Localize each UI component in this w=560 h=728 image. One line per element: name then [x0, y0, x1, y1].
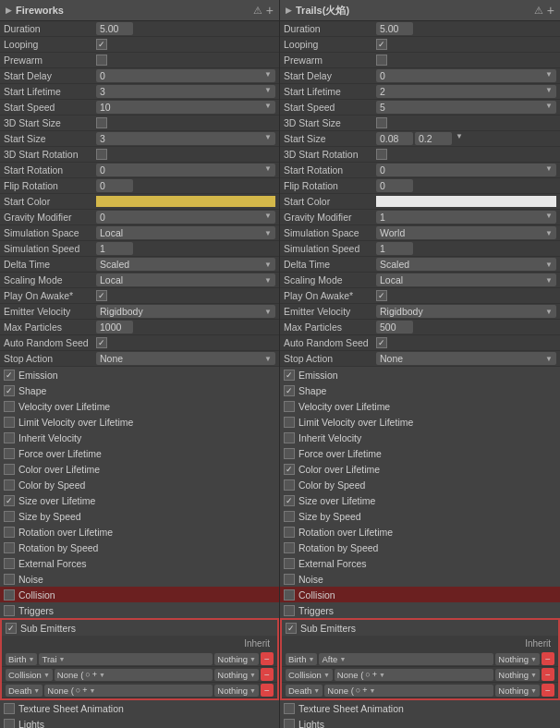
module-rotation-by-speed[interactable]: Rotation by Speed — [0, 540, 279, 555]
module-emission[interactable]: Emission — [280, 367, 560, 382]
module-triggers[interactable]: Triggers — [280, 602, 560, 618]
number-field[interactable]: 500 — [376, 321, 413, 334]
module-checkbox[interactable] — [284, 703, 295, 714]
row-value[interactable] — [96, 196, 275, 207]
module-emission[interactable]: Emission — [0, 367, 279, 382]
number-dropdown-field[interactable]: 0▼ — [376, 69, 556, 82]
remove-sub-emitter-button[interactable]: − — [542, 684, 554, 697]
add-icon[interactable]: + — [547, 3, 554, 18]
module-lights[interactable]: Lights — [280, 716, 560, 728]
row-value[interactable]: 1 — [96, 242, 275, 255]
module-color-over-lifetime[interactable]: Color over Lifetime — [280, 461, 560, 477]
number-field[interactable]: 1 — [96, 242, 133, 255]
remove-sub-emitter-button[interactable]: − — [261, 668, 274, 681]
row-value[interactable]: 0 — [376, 179, 556, 192]
number-dropdown-field[interactable]: 2▼ — [376, 85, 556, 98]
module-limit-velocity-over-lifetime[interactable]: Limit Velocity over Lifetime — [280, 414, 560, 430]
checkbox[interactable] — [96, 117, 107, 128]
number-dropdown-field[interactable]: 3▼ — [96, 85, 275, 98]
module-checkbox[interactable] — [4, 527, 15, 538]
event-dropdown[interactable]: Death▼ — [286, 685, 323, 697]
nothing-dropdown[interactable]: Nothing▼ — [214, 653, 259, 665]
module-shape[interactable]: Shape — [280, 382, 560, 398]
dropdown-field[interactable]: Local▼ — [96, 226, 275, 239]
module-checkbox[interactable] — [4, 511, 15, 522]
row-value[interactable]: Scaled▼ — [96, 258, 275, 271]
module-limit-velocity-over-lifetime[interactable]: Limit Velocity over Lifetime — [0, 414, 279, 430]
emitter-dropdown[interactable]: Trai▼ — [39, 653, 213, 665]
module-sub-emitters[interactable]: Sub Emitters — [2, 620, 277, 636]
module-lights[interactable]: Lights — [0, 716, 279, 728]
number-dropdown-field[interactable]: 0▼ — [96, 69, 275, 82]
module-size-over-lifetime[interactable]: Size over Lifetime — [280, 492, 560, 508]
number-dropdown-field[interactable]: 3▼ — [96, 132, 275, 145]
module-checkbox[interactable] — [4, 703, 15, 714]
module-rotation-over-lifetime[interactable]: Rotation over Lifetime — [280, 524, 560, 540]
module-checkbox[interactable] — [284, 574, 295, 585]
module-sub-emitters[interactable]: Sub Emitters — [282, 620, 558, 636]
module-checkbox[interactable] — [284, 558, 295, 569]
row-value[interactable]: 0▼ — [96, 164, 275, 176]
row-value[interactable] — [376, 196, 556, 207]
module-velocity-over-lifetime[interactable]: Velocity over Lifetime — [0, 398, 279, 414]
module-color-over-lifetime[interactable]: Color over Lifetime — [0, 461, 279, 477]
row-value[interactable]: Rigidbody▼ — [376, 305, 556, 318]
row-value[interactable]: 0▼ — [376, 164, 556, 176]
module-checkbox[interactable] — [284, 719, 295, 729]
row-value[interactable]: 10▼ — [96, 101, 275, 114]
row-value[interactable]: 5.00 — [96, 22, 275, 35]
module-force-over-lifetime[interactable]: Force over Lifetime — [0, 445, 279, 461]
dropdown-arrow[interactable]: ▼ — [456, 132, 463, 145]
dropdown-field[interactable]: None▼ — [96, 352, 275, 365]
module-checkbox[interactable] — [6, 623, 17, 634]
checkbox[interactable] — [376, 117, 387, 128]
row-value[interactable]: 3▼ — [96, 132, 275, 145]
checkbox[interactable] — [376, 337, 387, 348]
checkbox[interactable] — [96, 55, 107, 66]
module-checkbox[interactable] — [284, 464, 295, 475]
module-checkbox[interactable] — [284, 401, 295, 412]
dropdown-field[interactable]: Scaled▼ — [376, 258, 556, 271]
dropdown-field[interactable]: World▼ — [376, 226, 556, 239]
number-field[interactable]: 5.00 — [376, 22, 413, 35]
module-rotation-by-speed[interactable]: Rotation by Speed — [280, 540, 560, 555]
module-inherit-velocity[interactable]: Inherit Velocity — [280, 430, 560, 445]
module-color-by-speed[interactable]: Color by Speed — [280, 477, 560, 492]
module-rotation-over-lifetime[interactable]: Rotation over Lifetime — [0, 524, 279, 540]
module-checkbox[interactable] — [286, 623, 297, 634]
module-collision[interactable]: Collision — [0, 587, 279, 602]
module-triggers[interactable]: Triggers — [0, 602, 279, 618]
panel-arrow-icon[interactable]: ▶ — [286, 6, 292, 15]
row-value[interactable]: None▼ — [96, 352, 275, 365]
checkbox[interactable] — [376, 39, 387, 50]
module-force-over-lifetime[interactable]: Force over Lifetime — [280, 445, 560, 461]
color-field[interactable] — [376, 196, 556, 207]
number-field[interactable]: 0 — [376, 179, 413, 192]
number-dropdown-field[interactable]: 0▼ — [96, 211, 275, 224]
module-checkbox[interactable] — [4, 542, 15, 553]
module-checkbox[interactable] — [4, 479, 15, 491]
row-value[interactable]: Scaled▼ — [376, 258, 556, 271]
row-value[interactable]: Local▼ — [376, 273, 556, 286]
number-dropdown-field[interactable]: 0▼ — [376, 164, 556, 176]
number-dropdown-field[interactable]: 5▼ — [376, 101, 556, 114]
module-checkbox[interactable] — [4, 574, 15, 585]
row-value[interactable]: None▼ — [376, 352, 556, 365]
number-dropdown-field[interactable]: 1▼ — [376, 211, 556, 224]
emitter-dropdown[interactable]: None (○+▼ — [324, 685, 493, 697]
row-value[interactable]: 5.00 — [376, 22, 556, 35]
module-noise[interactable]: Noise — [0, 571, 279, 587]
module-checkbox[interactable] — [284, 605, 295, 616]
module-checkbox[interactable] — [4, 370, 15, 381]
row-value[interactable]: 0▼ — [96, 211, 275, 224]
row-value[interactable]: 500 — [376, 321, 556, 334]
remove-sub-emitter-button[interactable]: − — [542, 652, 554, 665]
module-velocity-over-lifetime[interactable]: Velocity over Lifetime — [280, 398, 560, 414]
event-dropdown[interactable]: Birth▼ — [286, 653, 317, 665]
row-value[interactable]: 1▼ — [376, 211, 556, 224]
module-checkbox[interactable] — [4, 464, 15, 475]
dropdown-field[interactable]: None▼ — [376, 352, 556, 365]
module-checkbox[interactable] — [4, 417, 15, 428]
row-value[interactable]: 5▼ — [376, 101, 556, 114]
dropdown-field[interactable]: Local▼ — [96, 273, 275, 286]
